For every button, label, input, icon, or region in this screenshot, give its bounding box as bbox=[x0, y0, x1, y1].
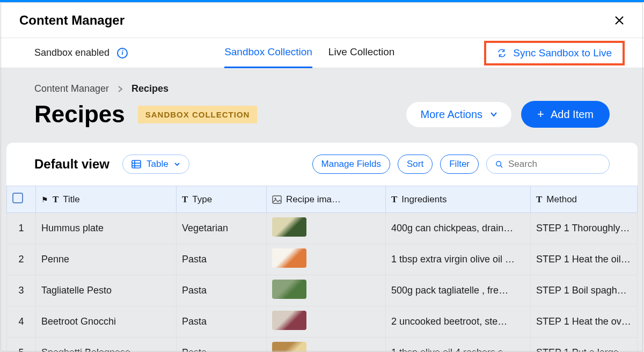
manage-fields-button[interactable]: Manage Fields bbox=[312, 155, 391, 174]
image-icon bbox=[272, 195, 282, 204]
cell-type: Pasta bbox=[177, 306, 267, 338]
sync-sandbox-button[interactable]: Sync Sandbox to Live bbox=[497, 47, 612, 59]
view-type-selector[interactable]: Table bbox=[122, 155, 189, 174]
cell-method: STEP 1 Boil spaghetti in a bbox=[531, 275, 638, 306]
text-type-icon: T bbox=[182, 194, 188, 205]
table-row[interactable]: 3Tagliatelle PestoPasta500g pack tagliat… bbox=[7, 275, 638, 306]
col-title[interactable]: ⚑TTitle bbox=[36, 186, 177, 213]
breadcrumb-current: Recipes bbox=[131, 83, 169, 94]
info-icon[interactable]: i bbox=[117, 48, 128, 58]
view-type-label: Table bbox=[147, 159, 169, 170]
cell-ingredients: 500g pack tagliatelle , fre… bbox=[386, 275, 531, 306]
cell-type: Pasta bbox=[177, 275, 267, 306]
flag-icon: ⚑ bbox=[41, 195, 48, 204]
plus-icon: + bbox=[537, 107, 544, 121]
svg-point-7 bbox=[275, 197, 276, 199]
col-method-label: Method bbox=[546, 194, 577, 205]
tab-sandbox-collection[interactable]: Sandbox Collection bbox=[224, 38, 312, 68]
sync-label: Sync Sandbox to Live bbox=[513, 47, 612, 59]
breadcrumb-root[interactable]: Content Manager bbox=[34, 83, 109, 94]
cell-ingredients: 1 tbsp extra virgin olive oil … bbox=[386, 244, 531, 275]
table-row[interactable]: 5Spaghetti BolognesePasta1 tbsp olive oi… bbox=[7, 338, 638, 353]
table-row[interactable]: 4Beetroot GnocchiPasta2 uncooked beetroo… bbox=[7, 306, 638, 338]
cell-title: Spaghetti Bolognese bbox=[36, 338, 177, 353]
cell-ingredients: 2 uncooked beetroot, ste… bbox=[386, 306, 531, 338]
more-actions-label: More Actions bbox=[420, 108, 482, 121]
row-number: 2 bbox=[7, 244, 36, 275]
more-actions-button[interactable]: More Actions bbox=[406, 102, 511, 127]
svg-point-4 bbox=[496, 162, 501, 166]
chevron-down-icon bbox=[174, 162, 180, 166]
col-title-label: Title bbox=[63, 194, 80, 205]
recipe-thumbnail bbox=[272, 342, 306, 352]
col-method[interactable]: TMethod bbox=[531, 186, 638, 213]
col-ingredients-label: Ingredients bbox=[401, 194, 447, 205]
recipe-thumbnail bbox=[272, 217, 306, 237]
svg-line-5 bbox=[501, 166, 503, 168]
view-toolbar: Default view Table Manage Fields Sort Fi… bbox=[6, 143, 638, 186]
cell-method: STEP 1 Put a large sauce bbox=[531, 338, 638, 353]
recipe-thumbnail bbox=[272, 280, 306, 299]
text-type-icon: T bbox=[391, 194, 397, 205]
col-image-label: Recipe ima… bbox=[286, 194, 341, 205]
cell-type: Vegetarian bbox=[177, 213, 267, 244]
sandbox-badge: SANDBOX COLLECTION bbox=[138, 106, 258, 123]
cell-image bbox=[267, 306, 386, 338]
chevron-down-icon bbox=[490, 112, 497, 117]
data-table-wrap: ⚑TTitle TType Recipe ima… TIngredients T… bbox=[6, 186, 638, 352]
col-image[interactable]: Recipe ima… bbox=[267, 186, 386, 213]
add-item-label: Add Item bbox=[551, 108, 594, 121]
page-title: Recipes bbox=[34, 101, 125, 128]
select-all-checkbox[interactable] bbox=[12, 193, 23, 203]
sandbox-status: Sandbox enabled i bbox=[34, 47, 128, 58]
cell-title: Tagliatelle Pesto bbox=[36, 275, 177, 306]
sync-highlight-box: Sync Sandbox to Live bbox=[484, 41, 625, 65]
collection-tabs: Sandbox Collection Live Collection bbox=[224, 38, 394, 68]
header: Content Manager bbox=[0, 2, 644, 38]
row-number: 3 bbox=[7, 275, 36, 306]
cell-title: Hummus plate bbox=[36, 213, 177, 244]
cell-method: STEP 1 Heat the oven to bbox=[531, 306, 638, 338]
text-type-icon: T bbox=[53, 194, 58, 205]
sync-icon bbox=[497, 48, 507, 58]
col-type-label: Type bbox=[192, 194, 212, 205]
sort-button[interactable]: Sort bbox=[398, 155, 433, 174]
tabs-row: Sandbox enabled i Sandbox Collection Liv… bbox=[0, 38, 644, 68]
search-icon bbox=[495, 160, 503, 168]
sandbox-status-label: Sandbox enabled bbox=[34, 47, 109, 58]
cell-method: STEP 1 Heat the oil in a f bbox=[531, 244, 638, 275]
cell-type: Pasta bbox=[177, 338, 267, 353]
cell-image bbox=[267, 338, 386, 353]
breadcrumb: Content Manager Recipes bbox=[0, 83, 644, 99]
col-type[interactable]: TType bbox=[177, 186, 267, 213]
cell-method: STEP 1 Thoroughly rinse bbox=[531, 213, 638, 244]
view-name: Default view bbox=[34, 157, 109, 172]
cell-image bbox=[267, 244, 386, 275]
cell-ingredients: 400g can chickpeas, drain… bbox=[386, 213, 531, 244]
search-input-wrap[interactable] bbox=[486, 155, 610, 174]
row-number: 5 bbox=[7, 338, 36, 353]
add-item-button[interactable]: + Add Item bbox=[521, 101, 610, 128]
recipe-thumbnail bbox=[272, 248, 306, 268]
table-row[interactable]: 1Hummus plateVegetarian400g can chickpea… bbox=[7, 213, 638, 244]
cell-ingredients: 1 tbsp olive oil 4 rashers s… bbox=[386, 338, 531, 353]
cell-title: Beetroot Gnocchi bbox=[36, 306, 177, 338]
svg-rect-0 bbox=[132, 160, 141, 168]
page-body: Content Manager Recipes Recipes SANDBOX … bbox=[0, 68, 644, 352]
search-input[interactable] bbox=[508, 159, 601, 170]
app-title: Content Manager bbox=[19, 13, 125, 28]
close-icon[interactable] bbox=[614, 15, 625, 26]
table-row[interactable]: 2PennePasta1 tbsp extra virgin olive oil… bbox=[7, 244, 638, 275]
col-checkbox bbox=[7, 186, 36, 213]
recipe-thumbnail bbox=[272, 311, 306, 330]
tab-live-collection[interactable]: Live Collection bbox=[328, 38, 395, 68]
col-ingredients[interactable]: TIngredients bbox=[386, 186, 531, 213]
cell-type: Pasta bbox=[177, 244, 267, 275]
chevron-right-icon bbox=[118, 85, 123, 93]
text-type-icon: T bbox=[536, 194, 542, 205]
filter-button[interactable]: Filter bbox=[440, 155, 479, 174]
data-table: ⚑TTitle TType Recipe ima… TIngredients T… bbox=[6, 186, 638, 352]
svg-rect-6 bbox=[273, 196, 281, 203]
row-number: 4 bbox=[7, 306, 36, 338]
cell-image bbox=[267, 213, 386, 244]
